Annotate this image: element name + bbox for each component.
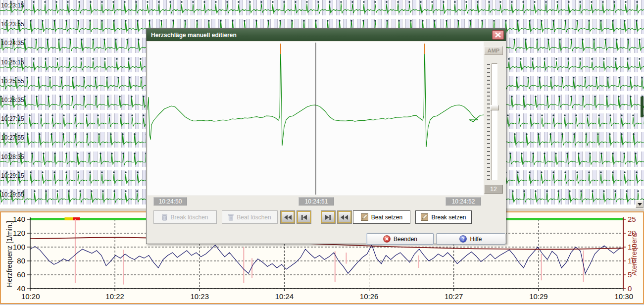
y-left-tick-label: 100: [13, 243, 25, 251]
strip-timestamp: 10:25:15: [1, 59, 24, 66]
fast-forward-button[interactable]: [337, 210, 352, 224]
pencil-icon: [361, 213, 368, 221]
strip-timestamp: 10:28:35: [1, 153, 24, 160]
strip-timestamp: 10:23:15: [1, 2, 24, 9]
slider-value: 12: [484, 185, 503, 194]
skip-to-end-icon: [324, 214, 333, 221]
slider-thumb[interactable]: [490, 105, 499, 110]
quality-bar-segment: [65, 217, 73, 220]
time-label-right: 10:24:52: [446, 197, 481, 205]
ecg-strip-trace: [0, 0, 644, 15]
close-icon: [495, 32, 501, 38]
break-set-button[interactable]: Break setzen: [415, 210, 472, 224]
strip-timestamp: 10:27:55: [1, 134, 24, 141]
rewind-icon: [283, 214, 292, 221]
y-right-tick-label: 0: [628, 284, 632, 293]
dialog-title: Herzschläge manuell editieren: [147, 32, 237, 39]
chevron-down-icon: [638, 203, 642, 206]
help-button[interactable]: ? Hilfe: [436, 233, 505, 245]
x-tick-label: 10:26: [360, 292, 379, 301]
x-tick-label: 10:30: [614, 292, 633, 301]
amp-button[interactable]: AMP: [484, 46, 503, 55]
slider-tick-marks: [485, 63, 491, 180]
skip-to-start-icon: [299, 214, 308, 221]
x-tick-label: 10:23: [191, 292, 209, 301]
y-left-tick-label: 80: [17, 256, 25, 265]
y-left-tick-label: 140: [13, 215, 25, 223]
y-right-axis-title: Atemfrequenz: [630, 232, 638, 275]
break-set-label: Break setzen: [431, 214, 466, 221]
x-tick-label: 10:24: [275, 292, 294, 301]
fast-forward-icon: [340, 214, 349, 221]
quit-label: Beenden: [394, 236, 417, 243]
ecg-detail-view[interactable]: [148, 42, 484, 196]
amplitude-slider[interactable]: [484, 62, 503, 181]
beat-set-button[interactable]: Beat setzen: [353, 210, 410, 224]
beat-delete-button[interactable]: Beat löschen: [222, 210, 278, 224]
rewind-button[interactable]: [280, 210, 295, 224]
scrollbar-down-button[interactable]: [636, 200, 644, 208]
help-label: Hilfe: [470, 236, 482, 243]
edit-heartbeats-dialog: Herzschläge manuell editieren AMP 12 10:…: [146, 28, 506, 244]
strip-timestamp: 10:29:15: [1, 172, 24, 179]
break-delete-button[interactable]: Break löschen: [153, 210, 217, 224]
y-left-tick-label: 60: [17, 270, 25, 279]
y-left-axis-title: Herzfrequenz [1/min.]: [5, 221, 13, 287]
time-label-center: 10:24:51: [298, 197, 334, 205]
x-tick-label: 10:27: [445, 292, 463, 301]
dialog-titlebar[interactable]: Herzschläge manuell editieren: [147, 29, 506, 41]
strip-timestamp: 10:24:35: [1, 40, 24, 47]
pencil-icon: [421, 213, 428, 221]
strip-timestamp: 10:26:35: [1, 97, 24, 103]
help-icon: ?: [459, 235, 467, 243]
quit-button[interactable]: Beenden: [367, 233, 434, 245]
slider-track[interactable]: [492, 63, 497, 180]
quality-bar-segment: [73, 217, 80, 220]
previous-beat-button[interactable]: [297, 210, 311, 224]
strip-timestamp: 10:27:15: [1, 115, 24, 122]
y-left-tick-label: 120: [13, 229, 25, 237]
cancel-icon: [383, 235, 391, 243]
y-left-tick-label: 40: [17, 284, 25, 293]
x-tick-label: 10:29: [529, 292, 548, 301]
x-tick-label: 10:20: [21, 292, 40, 301]
time-label-left: 10:24:50: [153, 197, 187, 205]
beat-delete-label: Beat löschen: [237, 214, 271, 221]
break-delete-label: Break löschen: [170, 214, 208, 221]
x-tick-label: 10:22: [105, 292, 124, 301]
close-button[interactable]: [492, 30, 504, 40]
strip-timestamp: 10:23:55: [1, 21, 24, 28]
scrollbar-thumb[interactable]: [641, 97, 644, 117]
application-window: 10:23:15 10:23:55 10:24:35 10:25:15 10:2…: [0, 0, 644, 305]
trash-icon: [228, 214, 234, 221]
next-beat-button[interactable]: [321, 210, 336, 224]
beat-set-label: Beat setzen: [371, 214, 402, 221]
trash-icon: [162, 214, 167, 221]
strip-timestamp: 10:25:55: [1, 78, 24, 85]
y-right-tick-label: 25: [628, 215, 636, 223]
ecg-waveform: [148, 42, 484, 196]
strip-timestamp: 10:29:55: [1, 191, 24, 198]
ecg-strip-row[interactable]: 10:23:15: [0, 0, 644, 15]
svg-text:?: ?: [462, 236, 465, 242]
